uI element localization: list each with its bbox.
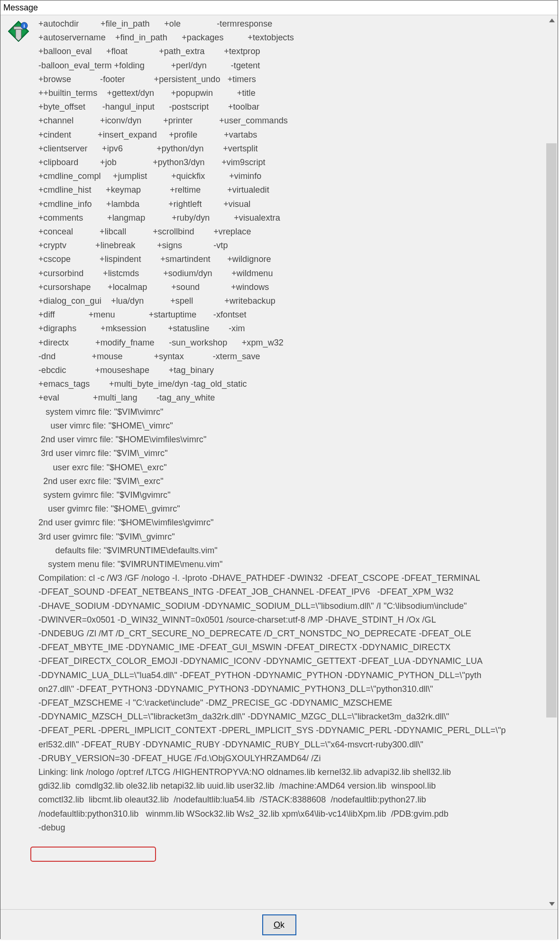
- footer: Ok: [0, 910, 558, 940]
- svg-marker-4: [16, 29, 21, 41]
- window-title: Message: [3, 3, 38, 13]
- vim-icon: i: [7, 20, 30, 43]
- titlebar: Message: [0, 0, 558, 15]
- scroll-up-arrow-icon[interactable]: [546, 15, 558, 26]
- svg-marker-7: [549, 19, 555, 22]
- scroll-thumb[interactable]: [546, 143, 557, 717]
- scrollbar[interactable]: [546, 15, 558, 909]
- message-dialog: Message i +autochdir +file_in_path +ole …: [0, 0, 558, 939]
- svg-marker-8: [549, 902, 555, 906]
- highlight-box: [30, 847, 156, 862]
- message-text: +autochdir +file_in_path +ole -termrespo…: [38, 17, 542, 835]
- scroll-down-arrow-icon[interactable]: [546, 899, 558, 909]
- content-area: i +autochdir +file_in_path +ole -termres…: [0, 15, 558, 910]
- ok-button[interactable]: Ok: [262, 914, 296, 935]
- svg-text:i: i: [23, 23, 25, 28]
- scroll-region: i +autochdir +file_in_path +ole -termres…: [0, 15, 546, 909]
